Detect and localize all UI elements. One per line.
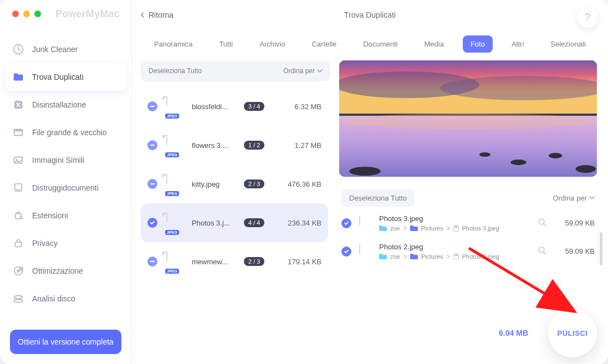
svg-rect-2 xyxy=(14,74,18,76)
tab-tutti[interactable]: Tutti xyxy=(211,35,241,53)
shredder-icon xyxy=(12,182,24,194)
sidebar-item-label: Analisi disco xyxy=(32,294,75,303)
svg-line-38 xyxy=(544,224,546,226)
sort-by-dropdown[interactable]: Ordina per xyxy=(283,67,323,75)
svg-rect-14 xyxy=(14,300,23,303)
svg-point-26 xyxy=(479,152,491,157)
file-group-row[interactable]: JPEGkitty.jpeg2 / 3476.36 KB xyxy=(141,165,328,203)
file-group-row[interactable]: JPEGblossfeldi...3 / 46.32 MB xyxy=(141,87,328,126)
detail-deselect-all-button[interactable]: Deseleziona Tutto xyxy=(341,189,415,207)
file-group-row[interactable]: JPEGmewmew...2 / 3179.14 KB xyxy=(141,242,328,281)
sidebar-item-estensioni[interactable]: Estensioni xyxy=(6,202,126,229)
sidebar-item-file-grande-vecchio[interactable]: File grande & vecchio xyxy=(6,119,126,146)
count-badge: 4 / 4 xyxy=(244,218,264,227)
duplicates-group-list: Deseleziona Tutto Ordina per JPEGblossfe… xyxy=(136,57,330,364)
folder-icon xyxy=(12,71,24,83)
tab-documenti[interactable]: Documenti xyxy=(355,35,405,53)
window-controls: PowerMyMac xyxy=(0,8,131,20)
tab-panoramica[interactable]: Panoramica xyxy=(146,35,200,53)
duplicate-file-row[interactable]: Photos 3.jpegzoePicturesPhotos 3.jpeg59.… xyxy=(339,211,597,235)
file-size: 236.34 KB xyxy=(288,219,321,227)
scrollbar-thumb[interactable] xyxy=(600,232,602,265)
minimize-window-icon[interactable] xyxy=(23,11,30,17)
chevron-left-icon xyxy=(140,12,145,18)
tab-cartelle[interactable]: Cartelle xyxy=(304,35,344,53)
sidebar-item-label: Estensioni xyxy=(32,211,68,220)
sidebar-item-immagini-simili[interactable]: Immagini Simili xyxy=(6,146,126,174)
file-path: zoePicturesPhotos 2.jpeg xyxy=(379,253,529,260)
tab-foto[interactable]: Foto xyxy=(463,35,493,53)
chevron-down-icon xyxy=(589,195,595,201)
file-name: Photos 2.jpeg xyxy=(379,243,529,251)
maximize-window-icon[interactable] xyxy=(34,11,41,17)
file-name: flowers 3.... xyxy=(192,141,235,150)
file-name: blossfeldi... xyxy=(192,102,235,111)
file-size: 179.14 KB xyxy=(288,258,321,266)
puzzle-icon xyxy=(12,209,24,222)
app-brand: PowerMyMac xyxy=(55,8,120,20)
clean-button[interactable]: PULISCI xyxy=(548,309,597,357)
back-button[interactable]: Ritorna xyxy=(140,11,173,19)
sidebar-item-label: Distruggidocumenti xyxy=(32,183,99,192)
reveal-in-finder-icon[interactable] xyxy=(537,245,547,258)
svg-rect-31 xyxy=(379,227,387,231)
sidebar-item-trova-duplicati[interactable]: Trova Duplicati xyxy=(6,63,126,91)
svg-line-46 xyxy=(544,252,546,254)
svg-point-12 xyxy=(17,269,20,273)
sidebar-item-label: Junk Cleaner xyxy=(32,45,78,54)
jpeg-file-icon xyxy=(359,216,371,230)
count-badge: 2 / 3 xyxy=(244,257,264,266)
tab-media[interactable]: Media xyxy=(416,35,451,53)
footer: 6.04 MB PULISCI xyxy=(499,309,597,357)
file-name: mewmew... xyxy=(192,258,235,266)
tab-selezionati[interactable]: Selezionati xyxy=(543,35,594,53)
deselect-all-button[interactable]: Deseleziona Tutto xyxy=(149,67,202,75)
svg-rect-9 xyxy=(16,213,22,218)
group-checkbox[interactable] xyxy=(147,101,157,111)
sidebar-item-ottimizzazione[interactable]: Ottimizzazione xyxy=(6,257,126,285)
file-group-row[interactable]: JPEGPhotos 3.j...4 / 4236.34 KB xyxy=(141,203,328,242)
reveal-in-finder-icon[interactable] xyxy=(537,217,547,229)
sidebar-item-label: Disinstallazione xyxy=(32,100,86,109)
duplicate-file-row[interactable]: Photos 2.jpegzoePicturesPhotos 2.jpeg59.… xyxy=(339,239,597,263)
sidebar-item-distruggidocumenti[interactable]: Distruggidocumenti xyxy=(6,174,126,202)
file-name: kitty.jpeg xyxy=(192,180,235,188)
svg-rect-34 xyxy=(410,225,413,227)
sidebar: PowerMyMac Junk CleanerTrova DuplicatiDi… xyxy=(0,0,132,364)
back-label: Ritorna xyxy=(149,11,173,19)
svg-point-28 xyxy=(549,153,562,158)
sidebar-item-analisi-disco[interactable]: Analisi disco xyxy=(6,285,126,312)
detail-sort-by-dropdown[interactable]: Ordina per xyxy=(553,194,595,202)
file-size: 6.32 MB xyxy=(295,102,321,111)
help-button[interactable]: ? xyxy=(577,7,598,28)
file-checkbox[interactable] xyxy=(341,247,351,257)
tab-archivio[interactable]: Archivio xyxy=(252,35,293,53)
lock-icon xyxy=(12,237,24,249)
tab-altri[interactable]: Altri xyxy=(504,35,532,53)
selected-total-size: 6.04 MB xyxy=(499,329,528,337)
close-window-icon[interactable] xyxy=(12,11,19,17)
group-checkbox[interactable] xyxy=(147,140,157,150)
svg-rect-32 xyxy=(379,225,382,227)
svg-rect-5 xyxy=(14,130,23,132)
group-checkbox[interactable] xyxy=(147,257,157,266)
svg-point-29 xyxy=(576,165,596,173)
svg-rect-33 xyxy=(410,227,418,231)
file-group-row[interactable]: JPEGflowers 3....1 / 21.27 MB xyxy=(141,126,328,165)
svg-rect-8 xyxy=(15,184,22,190)
sidebar-item-label: Immagini Simili xyxy=(32,156,84,165)
count-badge: 2 / 3 xyxy=(244,180,264,188)
gauge-icon xyxy=(12,43,24,55)
group-checkbox[interactable] xyxy=(147,179,157,189)
page-title: Trova Duplicati xyxy=(344,11,396,19)
jpeg-file-icon: JPEG xyxy=(166,252,183,271)
file-size: 59.09 KB xyxy=(555,219,595,227)
group-checkbox[interactable] xyxy=(147,218,157,228)
filter-tabs: PanoramicaTuttiArchivioCartelleDocumenti… xyxy=(132,30,608,57)
sidebar-item-label: File grande & vecchio xyxy=(32,128,107,137)
file-checkbox[interactable] xyxy=(341,218,351,228)
sidebar-item-disinstallazione[interactable]: Disinstallazione xyxy=(6,91,126,119)
get-full-version-button[interactable]: Ottieni la versione completa xyxy=(10,330,121,354)
sidebar-item-privacy[interactable]: Privacy xyxy=(6,229,126,257)
sidebar-item-junk-cleaner[interactable]: Junk Cleaner xyxy=(6,35,126,63)
